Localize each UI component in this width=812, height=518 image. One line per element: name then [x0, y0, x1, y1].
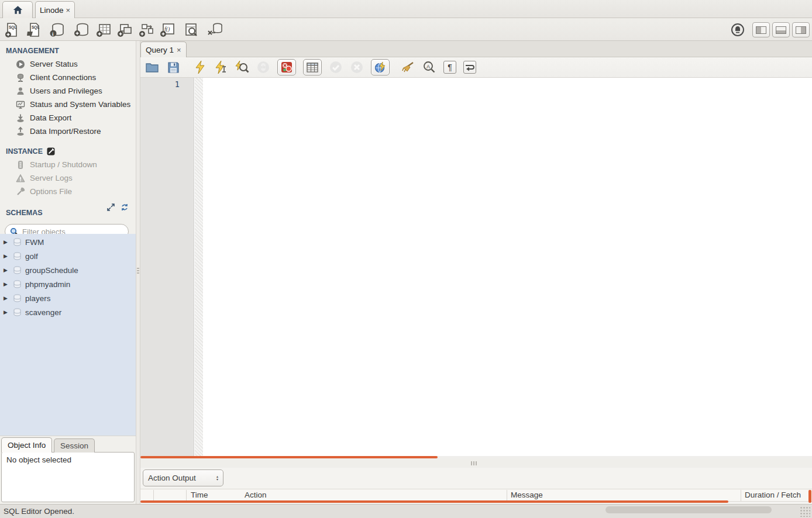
schema-row-golf[interactable]: ▶ golf: [0, 249, 136, 263]
search-table-data-button[interactable]: [181, 20, 201, 39]
tab-object-info[interactable]: Object Info: [1, 437, 52, 453]
sidebar-item-data-import[interactable]: Data Import/Restore: [0, 125, 136, 138]
open-sql-script-icon: SQL: [26, 22, 42, 38]
scrollbar-thumb[interactable]: [140, 456, 438, 458]
create-procedure-button[interactable]: [136, 20, 156, 39]
sidebar-item-label: Server Status: [30, 60, 78, 68]
sidebar-item-startup-shutdown[interactable]: Startup / Shutdown: [0, 158, 136, 171]
refresh-schemas-icon[interactable]: [121, 203, 129, 211]
create-function-button[interactable]: f(): [157, 20, 177, 39]
home-icon: [13, 5, 23, 15]
stop-on-error-toggle[interactable]: [277, 59, 296, 75]
management-title: MANAGEMENT: [6, 47, 59, 55]
svg-text:f(): f(): [164, 26, 170, 33]
sidebar-item-data-export[interactable]: Data Export: [0, 111, 136, 125]
sql-editor[interactable]: 1: [140, 78, 812, 456]
new-sql-tab-button[interactable]: SQL: [2, 20, 22, 39]
toggle-right-panel-button[interactable]: [792, 22, 810, 37]
toggle-bottom-panel-icon: [776, 26, 786, 34]
beautify-button[interactable]: [401, 60, 415, 74]
column-header-duration[interactable]: Duration / Fetch: [745, 491, 801, 499]
schema-row-phpmyadmin[interactable]: ▶ phpmyadmin: [0, 277, 136, 291]
home-tab[interactable]: [2, 1, 33, 18]
output-type-select[interactable]: Action Output ▴ ▾: [143, 469, 223, 486]
schema-row-fwm[interactable]: ▶ FWM: [0, 235, 136, 249]
query-tab-label: Query 1: [146, 46, 174, 54]
reconnect-dbms-button[interactable]: [205, 20, 225, 39]
output-vertical-scrollbar[interactable]: [808, 490, 811, 503]
sidebar-item-server-logs[interactable]: Server Logs: [0, 171, 136, 185]
create-function-icon: f(): [159, 22, 176, 38]
autocommit-toggle[interactable]: [371, 59, 390, 75]
stop-button[interactable]: [256, 60, 270, 74]
schema-label: phpmyadmin: [25, 280, 70, 289]
limit-rows-toggle[interactable]: [303, 59, 322, 75]
explain-button[interactable]: [235, 60, 249, 74]
create-schema-button[interactable]: [71, 20, 91, 39]
query-tabbar: Query 1 ×: [140, 41, 812, 57]
schema-row-groupschedule[interactable]: ▶ groupSchedule: [0, 263, 136, 277]
commit-button[interactable]: [329, 60, 343, 74]
window-resize-grip[interactable]: [800, 506, 810, 517]
notification-bell-button[interactable]: [728, 20, 748, 39]
toggle-bottom-panel-button[interactable]: [772, 22, 790, 37]
tab-session[interactable]: Session: [54, 438, 95, 453]
expander-icon[interactable]: ▶: [4, 239, 9, 245]
limit-rows-toggle-icon: [307, 63, 318, 72]
output-type-label: Action Output: [148, 474, 196, 482]
new-sql-tab-icon: SQL: [4, 22, 20, 38]
sidebar-splitter[interactable]: [136, 41, 140, 504]
expander-icon[interactable]: ▶: [4, 309, 9, 315]
tab-query-1[interactable]: Query 1 ×: [140, 42, 187, 57]
stop-icon: [257, 61, 270, 74]
overlay-scrollbar-thumb[interactable]: [605, 506, 772, 513]
wrap-text-button[interactable]: [463, 61, 476, 74]
output-splitter[interactable]: [140, 459, 812, 468]
execute-current-button[interactable]: [214, 60, 228, 74]
column-header-time[interactable]: Time: [191, 491, 208, 499]
toggle-left-panel-button[interactable]: [752, 22, 770, 37]
commit-icon: [329, 61, 342, 74]
sidebar-item-server-status[interactable]: Server Status: [0, 57, 136, 71]
notification-bell-icon: [730, 22, 745, 37]
rollback-button[interactable]: [350, 60, 364, 74]
expander-icon[interactable]: ▶: [4, 281, 9, 287]
sidebar-item-users-privileges[interactable]: Users and Privileges: [0, 84, 136, 98]
editor-fold-margin: [195, 78, 203, 456]
mysql-workbench-window: Linode × SQL SQL i f(): [0, 0, 812, 518]
sidebar-item-options-file[interactable]: Options File: [0, 185, 136, 198]
schema-row-players[interactable]: ▶ players: [0, 291, 136, 305]
create-table-button[interactable]: [94, 20, 113, 39]
sidebar-item-client-connections[interactable]: Client Connections: [0, 71, 136, 84]
find-button[interactable]: A: [422, 60, 436, 74]
output-horizontal-scrollbar[interactable]: [140, 500, 728, 503]
expander-icon[interactable]: ▶: [4, 267, 9, 273]
open-file-button[interactable]: [145, 60, 159, 74]
connection-tab-linode[interactable]: Linode ×: [35, 1, 75, 18]
beautify-icon: [401, 61, 415, 73]
column-header-message[interactable]: Message: [511, 491, 543, 499]
schema-row-scavenger[interactable]: ▶ scavenger: [0, 305, 136, 319]
window-tabbar: Linode ×: [0, 0, 812, 18]
execute-button[interactable]: [193, 60, 207, 74]
schema-inspector-button[interactable]: i: [47, 20, 67, 39]
column-header-action[interactable]: Action: [245, 491, 267, 499]
expander-icon[interactable]: ▶: [4, 295, 9, 301]
wrap-text-icon: [465, 63, 474, 71]
connection-tab-label: Linode: [40, 6, 64, 15]
stop-on-error-toggle-icon: [281, 61, 293, 73]
show-invisibles-button[interactable]: ¶: [443, 61, 456, 74]
close-icon[interactable]: ×: [66, 6, 70, 14]
expand-schemas-icon[interactable]: [107, 203, 115, 211]
close-icon[interactable]: ×: [177, 46, 181, 54]
sidebar-item-label: Status and System Variables: [30, 100, 130, 109]
schemas-section-header: SCHEMAS: [0, 198, 136, 219]
expander-icon[interactable]: ▶: [4, 253, 9, 259]
toggle-right-panel-icon: [796, 26, 806, 34]
sidebar-item-label: Users and Privileges: [30, 87, 102, 95]
save-button[interactable]: [166, 60, 180, 74]
sidebar-item-system-variables[interactable]: Status and System Variables: [0, 98, 136, 111]
open-sql-script-button[interactable]: SQL: [24, 20, 44, 39]
create-view-button[interactable]: [115, 20, 135, 39]
save-icon: [168, 62, 179, 73]
